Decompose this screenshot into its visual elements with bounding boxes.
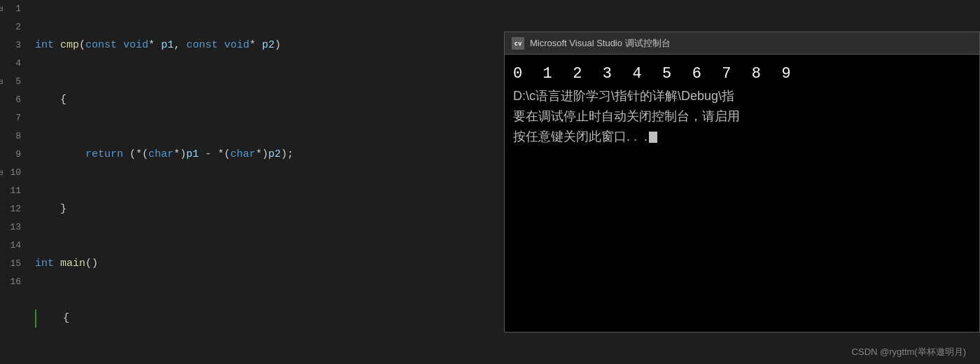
code-line-3: return (*(char*)p1 - *(char*)p2); — [35, 146, 511, 164]
line-num-16: 16 — [0, 273, 24, 291]
fold-marker-10[interactable]: ⊟ — [0, 164, 4, 182]
fold-marker-5[interactable]: ⊟ — [0, 73, 4, 91]
line-num-13: 13 — [0, 218, 24, 237]
code-line-4: } — [35, 200, 511, 218]
console-titlebar: cv Microsoft Visual Studio 调试控制台 — [505, 32, 979, 55]
line-num-12: 12 — [0, 200, 24, 218]
console-body: 0 1 2 3 4 5 6 7 8 9 D:\c语言进阶学习\指针的详解\Deb… — [505, 55, 979, 332]
code-line-5: int main() — [35, 255, 511, 273]
code-line-2: { — [35, 91, 511, 109]
code-line-1: int cmp(const void* p1, const void* p2) — [35, 36, 511, 55]
line-num-1: ⊟ 1 — [0, 0, 24, 18]
code-lines[interactable]: int cmp(const void* p1, const void* p2) … — [28, 0, 511, 364]
cursor-blink — [649, 132, 657, 143]
console-window: cv Microsoft Visual Studio 调试控制台 0 1 2 3… — [504, 31, 980, 332]
console-output-path: D:\c语言进阶学习\指针的详解\Debug\指 — [513, 86, 971, 106]
console-output-numbers: 0 1 2 3 4 5 6 7 8 9 — [513, 62, 971, 86]
line-num-10: ⊟ 10 — [0, 164, 24, 182]
console-icon: cv — [512, 37, 524, 50]
line-num-5: ⊟ 5 — [0, 73, 24, 91]
line-num-2: 2 — [0, 18, 24, 36]
line-num-11: 11 — [0, 182, 24, 200]
code-editor: ⊟ 1 2 3 4 ⊟ 5 6 7 8 — [0, 0, 511, 364]
line-num-14: 14 — [0, 237, 24, 255]
code-line-6: { — [35, 309, 511, 328]
console-title: Microsoft Visual Studio 调试控制台 — [530, 37, 671, 50]
console-output-info1: 要在调试停止时自动关闭控制台，请启用 — [513, 106, 971, 127]
line-num-6: 6 — [0, 91, 24, 109]
line-num-9: 9 — [0, 146, 24, 164]
console-output-info2: 按任意键关闭此窗口. . . — [513, 127, 971, 147]
line-num-8: 8 — [0, 127, 24, 146]
line-num-15: 15 — [0, 255, 24, 273]
line-num-3: 3 — [0, 36, 24, 55]
line-num-7: 7 — [0, 109, 24, 127]
line-num-4: 4 — [0, 55, 24, 73]
watermark: CSDN @rygttm(举杯邀明月) — [852, 346, 966, 358]
fold-marker-1[interactable]: ⊟ — [0, 0, 4, 18]
line-gutter: ⊟ 1 2 3 4 ⊟ 5 6 7 8 — [0, 0, 28, 364]
